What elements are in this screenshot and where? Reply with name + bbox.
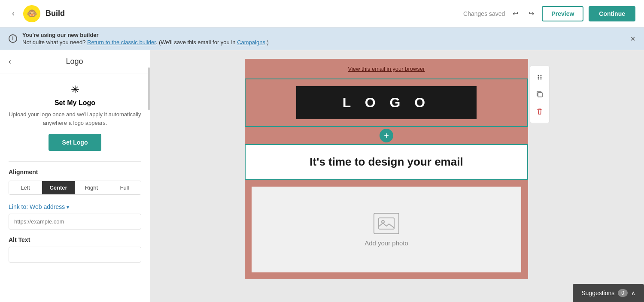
- plus-circle-icon: +: [380, 129, 393, 142]
- suggestions-chevron-icon: ∧: [631, 290, 635, 296]
- svg-rect-2: [379, 218, 394, 229]
- campaigns-link[interactable]: Campaigns: [237, 39, 265, 45]
- sidebar-title: Logo: [16, 57, 141, 66]
- photo-placeholder[interactable]: Add your photo: [252, 187, 521, 272]
- duplicate-button[interactable]: [532, 87, 547, 102]
- align-full-button[interactable]: Full: [108, 181, 141, 194]
- add-block-row: +: [245, 127, 528, 144]
- info-banner: i You're using our new builder Not quite…: [0, 27, 644, 50]
- link-section: Link to: Web address ▾: [9, 203, 141, 230]
- main-layout: ‹ Logo ✳ Set My Logo Upload your logo on…: [0, 50, 644, 302]
- email-canvas: View this email in your browser L O G O …: [245, 59, 528, 279]
- canvas-with-toolbar: View this email in your browser L O G O …: [245, 59, 550, 296]
- svg-point-7: [541, 77, 542, 78]
- redo-button[interactable]: ↪: [526, 7, 537, 20]
- set-logo-description: Upload your logo once and we'll apply it…: [9, 110, 141, 127]
- mailchimp-logo: 🐵: [23, 5, 40, 22]
- block-toolbar: [530, 66, 550, 123]
- left-sidebar: ‹ Logo ✳ Set My Logo Upload your logo on…: [0, 50, 150, 302]
- link-label: Link to: Web address ▾: [9, 203, 141, 210]
- svg-point-4: [538, 75, 539, 76]
- photo-label: Add your photo: [365, 239, 408, 247]
- svg-point-8: [538, 79, 539, 80]
- canvas-area: View this email in your browser L O G O …: [150, 50, 644, 302]
- sidebar-scrollbar: [148, 50, 150, 302]
- align-left-button[interactable]: Left: [9, 181, 42, 194]
- svg-rect-10: [538, 93, 542, 97]
- alt-text-input[interactable]: [9, 247, 141, 263]
- suggestions-bar[interactable]: Suggestions 0 ∧: [573, 284, 644, 302]
- suggestions-count: 0: [618, 289, 628, 297]
- info-icon: i: [9, 34, 17, 43]
- suggestions-label: Suggestions: [581, 290, 614, 296]
- page-title: Build: [46, 9, 65, 18]
- logo-block[interactable]: L O G O: [245, 79, 528, 127]
- logo-image: L O G O: [296, 86, 477, 119]
- link-dropdown-arrow: ▾: [67, 204, 69, 210]
- photo-icon: [374, 213, 399, 234]
- headline-text: It's time to design your email: [310, 155, 463, 168]
- svg-point-9: [541, 79, 542, 80]
- classic-builder-link[interactable]: Return to the classic builder: [87, 39, 156, 45]
- banner-close-button[interactable]: ×: [630, 34, 635, 44]
- view-in-browser-link[interactable]: View this email in your browser: [348, 66, 425, 72]
- back-button[interactable]: ‹: [9, 7, 18, 20]
- add-block-button[interactable]: +: [378, 127, 395, 144]
- preview-button[interactable]: Preview: [542, 6, 583, 21]
- logo-text: L O G O: [343, 95, 430, 111]
- app-header: ‹ 🐵 Build Changes saved ↩ ↪ Preview Cont…: [0, 0, 644, 27]
- continue-button[interactable]: Continue: [589, 6, 635, 21]
- drag-handle-button[interactable]: [532, 69, 547, 85]
- sidebar-back-button[interactable]: ‹: [9, 57, 11, 66]
- alignment-options: Left Center Right Full: [9, 181, 141, 195]
- delete-button[interactable]: [532, 104, 547, 119]
- alignment-label: Alignment: [9, 169, 141, 175]
- save-status: Changes saved: [463, 10, 505, 17]
- banner-content: i You're using our new builder Not quite…: [9, 32, 269, 45]
- header-left: ‹ 🐵 Build: [9, 5, 65, 22]
- logo-sparkle-icon: ✳: [9, 84, 141, 96]
- header-right: Changes saved ↩ ↪ Preview Continue: [463, 6, 635, 21]
- align-center-button[interactable]: Center: [42, 181, 75, 194]
- divider-1: [9, 161, 141, 162]
- photo-block: Add your photo: [245, 180, 528, 279]
- svg-point-6: [538, 77, 539, 78]
- set-logo-section: ✳ Set My Logo Upload your logo once and …: [9, 84, 141, 151]
- svg-text:🐵: 🐵: [27, 8, 37, 18]
- set-logo-title: Set My Logo: [9, 99, 141, 107]
- banner-text: You're using our new builder Not quite w…: [22, 32, 269, 45]
- link-url-input[interactable]: [9, 214, 141, 230]
- sidebar-content: ✳ Set My Logo Upload your logo once and …: [0, 73, 150, 273]
- set-logo-button[interactable]: Set Logo: [49, 134, 102, 151]
- sidebar-header: ‹ Logo: [0, 50, 150, 73]
- svg-point-5: [541, 75, 542, 76]
- align-right-button[interactable]: Right: [75, 181, 108, 194]
- browser-link-block: View this email in your browser: [245, 59, 528, 79]
- scrollbar-thumb: [148, 67, 150, 110]
- link-type-dropdown[interactable]: Web address: [30, 203, 65, 210]
- alt-text-label: Alt Text: [9, 236, 141, 243]
- headline-block[interactable]: It's time to design your email: [245, 144, 528, 180]
- undo-button[interactable]: ↩: [510, 7, 521, 20]
